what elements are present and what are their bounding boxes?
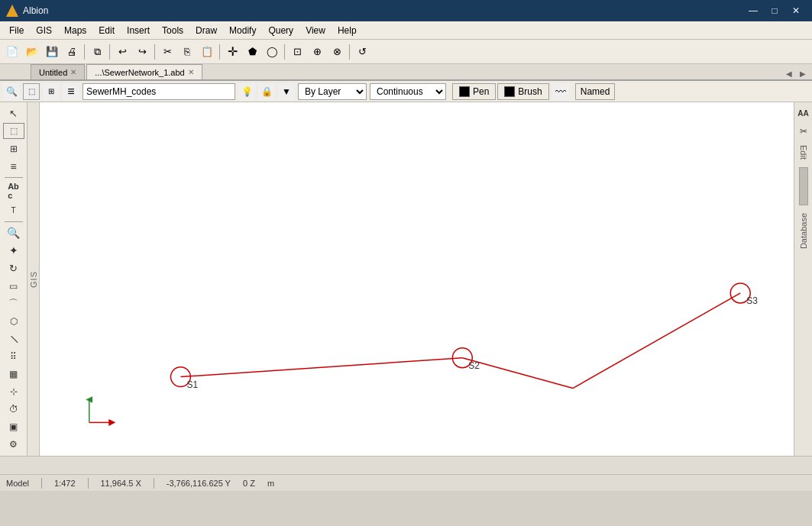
copy-view-button[interactable]: ⧉	[88, 43, 106, 61]
move-button[interactable]: ✛	[223, 43, 241, 61]
brush-label: Brush	[518, 86, 542, 97]
rotate-tool[interactable]: ↻	[3, 260, 24, 276]
menu-gis[interactable]: GIS	[30, 22, 58, 39]
hand-tool[interactable]: ✦	[3, 243, 24, 259]
pen-button[interactable]: Pen	[452, 83, 496, 100]
canvas-area[interactable]: S1 S2 S3	[40, 102, 794, 456]
text-tool[interactable]: Abc	[3, 181, 24, 201]
pen-style-button[interactable]: 〰	[552, 83, 569, 100]
svg-text:S1: S1	[186, 379, 198, 390]
tab-sewernetwork[interactable]: ...\SewerNetwork_1.abd ✕	[86, 64, 202, 79]
layer-stack-button[interactable]: ≡	[63, 83, 79, 100]
line-type-select[interactable]: Continuous Dashed Dotted	[370, 83, 446, 100]
grid-square-tool[interactable]: ▣	[3, 419, 24, 435]
settings-tool[interactable]: ⚙	[3, 437, 24, 453]
arc-tool[interactable]: ⌒	[3, 295, 24, 311]
copy-button[interactable]: ⎘	[178, 43, 196, 61]
tab-untitled[interactable]: Untitled ✕	[31, 64, 85, 79]
status-sep1	[41, 478, 42, 489]
redo-button[interactable]: ↪	[133, 43, 151, 61]
zoom-extents-button[interactable]: ⊡	[288, 43, 306, 61]
print-button[interactable]: 🖨	[63, 43, 81, 61]
menu-file[interactable]: File	[3, 22, 30, 39]
left-sep-2	[5, 221, 23, 222]
zoom-prev-button[interactable]: ⊗	[328, 43, 346, 61]
sep1	[84, 44, 85, 60]
right-sidebar: AA ✂ Edit Database	[794, 102, 812, 456]
menu-edit[interactable]: Edit	[92, 22, 121, 39]
menu-query[interactable]: Query	[262, 22, 299, 39]
menu-bar: File GIS Maps Edit Insert Tools Draw Mod…	[0, 21, 812, 40]
new-button[interactable]: 📄	[3, 43, 21, 61]
sep4	[219, 44, 220, 60]
layers-panel-tool[interactable]: ⊞	[3, 140, 24, 157]
maximize-button[interactable]: □	[765, 3, 785, 18]
circle-tool-button[interactable]: ◯	[263, 43, 281, 61]
symbol-tool[interactable]: ▦	[3, 366, 24, 382]
close-button[interactable]: ✕	[786, 3, 806, 18]
cut-button[interactable]: ✂	[158, 43, 176, 61]
title-bar: Albion — □ ✕	[0, 0, 812, 21]
layer-raster-button[interactable]: ⊞	[43, 83, 60, 100]
scale-value: 1:472	[54, 479, 76, 488]
menu-help[interactable]: Help	[332, 22, 363, 39]
dots-grid-tool[interactable]: ⠿	[3, 348, 24, 364]
clock-tool[interactable]: ⏱	[3, 402, 24, 418]
aa-button[interactable]: AA	[796, 105, 811, 121]
warp-tool[interactable]: ⊹	[3, 384, 24, 400]
sep3	[154, 44, 155, 60]
menu-view[interactable]: View	[299, 22, 332, 39]
select-box-tool[interactable]: ⬚	[3, 123, 24, 139]
svg-line-2	[573, 293, 740, 389]
right-scrollbar[interactable]	[799, 167, 808, 205]
named-button[interactable]: Named	[575, 83, 616, 100]
select-tool[interactable]: ↖	[3, 105, 24, 121]
left-sep-1	[5, 177, 23, 178]
paste-button[interactable]: 📋	[198, 43, 216, 61]
tab-scroll-left[interactable]: ◀	[783, 67, 795, 79]
menu-insert[interactable]: Insert	[121, 22, 156, 39]
redraw-button[interactable]: ↺	[353, 43, 371, 61]
model-label: Model	[6, 479, 29, 488]
menu-maps[interactable]: Maps	[58, 22, 92, 39]
sep5	[284, 44, 285, 60]
edit-label: Edit	[799, 145, 808, 160]
svg-text:S2: S2	[468, 360, 480, 371]
pen-brush-area: Pen Brush	[452, 83, 549, 100]
menu-modify[interactable]: Modify	[223, 22, 262, 39]
special-button[interactable]: ⬟	[243, 43, 261, 61]
status-sep3	[154, 478, 154, 489]
zoom-select-button[interactable]: ⊕	[308, 43, 326, 61]
tab-scroll-right[interactable]: ▶	[797, 67, 809, 79]
svg-text:S3: S3	[746, 295, 758, 306]
brush-button[interactable]: Brush	[497, 83, 548, 100]
layer-search-button[interactable]: 🔍	[3, 83, 20, 100]
tab-sewernetwork-label: ...\SewerNetwork_1.abd	[95, 68, 184, 77]
rectangle-tool[interactable]: ▭	[3, 278, 24, 294]
svg-line-0	[180, 358, 462, 377]
scissors-icon[interactable]: ✂	[796, 124, 811, 139]
title-bar-controls[interactable]: — □ ✕	[743, 3, 806, 18]
zoom-tool[interactable]: 🔍	[3, 225, 24, 241]
by-layer-select[interactable]: By Layer By Block Custom	[298, 83, 367, 100]
layer-lamp-button[interactable]: 💡	[238, 83, 255, 100]
stack-tool[interactable]: ≡	[3, 158, 24, 174]
layer-dropdown-button[interactable]: ▼	[278, 83, 295, 100]
undo-button[interactable]: ↩	[113, 43, 131, 61]
menu-tools[interactable]: Tools	[156, 22, 189, 39]
save-button[interactable]: 💾	[43, 43, 61, 61]
text-small-tool[interactable]: T	[3, 202, 24, 218]
app-icon	[6, 5, 18, 17]
layer-name-text: SewerMH_codes	[86, 86, 156, 97]
tab-untitled-close[interactable]: ✕	[70, 68, 76, 76]
pen-color-box	[459, 86, 470, 97]
open-button[interactable]: 📂	[23, 43, 41, 61]
layer-lock-button[interactable]: 🔒	[258, 83, 275, 100]
named-label: Named	[581, 86, 610, 97]
minimize-button[interactable]: —	[743, 3, 763, 18]
y-coord: -3,766,116.625 Y	[167, 479, 231, 488]
layer-select-button[interactable]: ⬚	[23, 83, 40, 100]
tab-sewernetwork-close[interactable]: ✕	[188, 68, 194, 76]
sep6	[349, 44, 350, 60]
menu-draw[interactable]: Draw	[189, 22, 223, 39]
